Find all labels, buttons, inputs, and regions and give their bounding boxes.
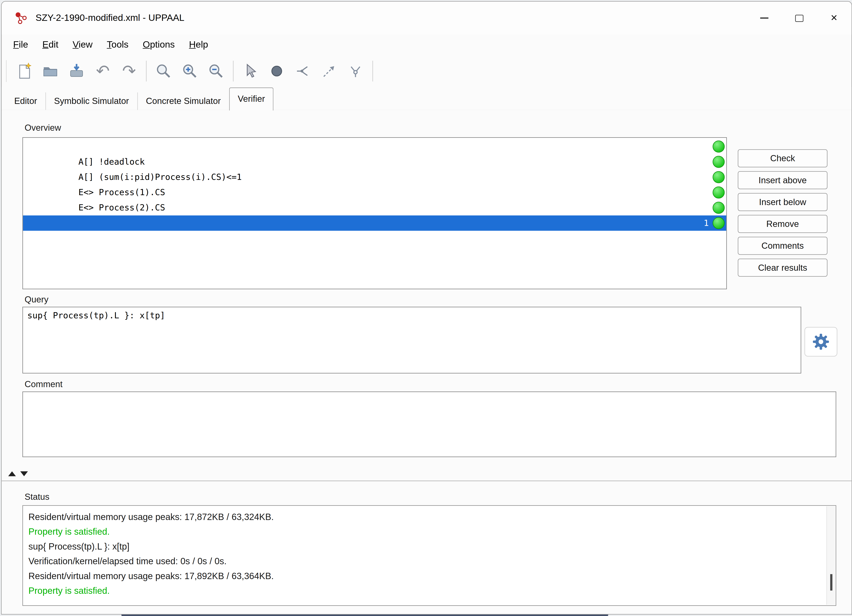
save-button[interactable]	[63, 58, 90, 84]
query-row-selected[interactable]: sup{ Process(tp).L }: x[tp] 1	[23, 215, 727, 231]
overview-query-list[interactable]: A[] !deadlock A[] (sum(i:pid)Process(i).…	[23, 137, 727, 289]
remove-button[interactable]: Remove	[738, 215, 828, 233]
status-log[interactable]: Resident/virtual memory usage peaks: 17,…	[23, 505, 836, 606]
zoom-in-button[interactable]	[177, 58, 203, 84]
close-button[interactable]: ✕	[816, 2, 851, 34]
query-input[interactable]: sup{ Process(tp).L }: x[tp]	[23, 307, 801, 373]
splitter-collapse-down-icon[interactable]	[20, 471, 28, 476]
maximize-icon	[795, 15, 803, 22]
save-icon	[68, 62, 85, 80]
tab-symbolic-simulator[interactable]: Symbolic Simulator	[45, 92, 137, 110]
zoom-out-button[interactable]	[203, 58, 229, 84]
menu-file[interactable]: File	[6, 37, 35, 52]
new-file-icon	[15, 62, 33, 80]
query-settings-button[interactable]	[805, 327, 837, 356]
result-satisfied-icon	[713, 217, 725, 229]
status-scrollbar[interactable]	[826, 506, 835, 605]
tab-verifier[interactable]: Verifier	[229, 88, 274, 110]
query-label: Query	[24, 295, 48, 305]
window-title: SZY-2-1990-modified.xml - UPPAAL	[36, 12, 184, 23]
insert-above-button[interactable]: Insert above	[738, 171, 828, 189]
comment-input[interactable]	[23, 391, 836, 457]
undo-button[interactable]: ↶	[90, 58, 116, 84]
uppaal-logo-icon	[14, 10, 29, 26]
comment-label: Comment	[24, 379, 62, 389]
menu-tools[interactable]: Tools	[100, 37, 136, 52]
pointer-icon	[242, 62, 259, 80]
result-satisfied-icon	[713, 156, 725, 168]
query-row[interactable]: A[] (sum(i:pid)Process(i).CS)<=1	[23, 154, 727, 169]
query-row[interactable]: E<> Process(1).CS	[23, 169, 727, 185]
status-line: Verification/kernel/elapsed time used: 0…	[29, 554, 830, 569]
titlebar: SZY-2-1990-modified.xml - UPPAAL ✕	[2, 2, 851, 34]
redo-button[interactable]: ↷	[116, 58, 142, 84]
status-line: Property is satisfied.	[29, 524, 830, 539]
verifier-panel: Overview A[] !deadlock A[] (sum(i:pid)Pr…	[2, 110, 851, 614]
gear-icon	[812, 333, 829, 350]
edge-arrow-icon	[320, 62, 338, 80]
query-row[interactable]: A[] !deadlock	[23, 139, 727, 154]
overview-label: Overview	[24, 123, 61, 133]
status-line: Property is satisfied.	[29, 583, 830, 598]
uppaal-window: SZY-2-1990-modified.xml - UPPAAL ✕ File …	[1, 1, 852, 614]
location-tool-button[interactable]	[264, 58, 290, 84]
toolbar-separator	[146, 60, 147, 81]
result-satisfied-icon	[713, 186, 725, 199]
menu-help[interactable]: Help	[182, 37, 215, 52]
minimize-button[interactable]	[746, 2, 781, 34]
open-file-button[interactable]	[37, 58, 63, 84]
status-line: Resident/virtual memory usage peaks: 17,…	[29, 510, 830, 524]
splitter-divider[interactable]	[2, 480, 851, 482]
result-satisfied-icon	[713, 202, 725, 214]
branch-point-icon	[294, 62, 312, 80]
clear-results-button[interactable]: Clear results	[738, 259, 828, 277]
select-tool-button[interactable]	[237, 58, 264, 84]
status-line: Resident/virtual memory usage peaks: 17,…	[29, 569, 830, 583]
tab-concrete-simulator[interactable]: Concrete Simulator	[137, 92, 229, 110]
tab-bar: Editor Symbolic Simulator Concrete Simul…	[2, 87, 851, 110]
result-satisfied-icon	[713, 140, 725, 153]
menu-view[interactable]: View	[65, 37, 100, 52]
toolbar: ↶ ↷	[2, 55, 851, 87]
location-circle-icon	[268, 62, 286, 80]
status-line: sup{ Process(tp).L }: x[tp]	[29, 539, 830, 554]
minimize-icon	[760, 17, 768, 19]
toolbar-grip	[6, 60, 6, 82]
status-scrollbar-thumb[interactable]	[830, 574, 832, 590]
check-button[interactable]: Check	[738, 149, 828, 168]
query-row[interactable]: E<> Process(2).CS	[23, 185, 727, 200]
edge-tool-button[interactable]	[316, 58, 342, 84]
menu-options[interactable]: Options	[136, 37, 182, 52]
window-controls: ✕	[746, 2, 851, 34]
toolbar-separator	[233, 60, 234, 81]
maximize-button[interactable]	[782, 2, 816, 34]
close-icon: ✕	[830, 14, 838, 23]
splitter-collapse-up-icon[interactable]	[8, 471, 16, 476]
comments-button[interactable]: Comments	[738, 237, 828, 255]
branch-tool-button[interactable]	[290, 58, 316, 84]
toolbar-separator	[373, 60, 373, 81]
result-satisfied-icon	[713, 171, 725, 183]
zoom-in-icon	[181, 62, 199, 80]
nail-icon	[347, 62, 364, 80]
query-text: sup{ Process(tp).L }: x[tp]	[79, 233, 216, 243]
zoom-button[interactable]	[150, 58, 177, 84]
status-label: Status	[24, 492, 49, 502]
status-lines: Resident/virtual memory usage peaks: 17,…	[23, 506, 836, 602]
zoom-icon	[155, 62, 172, 80]
nail-tool-button[interactable]	[342, 58, 369, 84]
insert-below-button[interactable]: Insert below	[738, 193, 828, 211]
menu-edit[interactable]: Edit	[35, 37, 65, 52]
new-file-button[interactable]	[11, 58, 37, 84]
redo-icon: ↷	[122, 63, 136, 79]
query-result-value: 1	[704, 215, 709, 231]
query-row[interactable]: E<> exists(i:pid)Process(i).NCS && exist…	[23, 200, 727, 215]
verifier-actions: Check Insert above Insert below Remove C…	[738, 149, 828, 281]
menubar: File Edit View Tools Options Help	[2, 35, 851, 55]
open-folder-icon	[42, 62, 59, 80]
undo-icon: ↶	[96, 63, 110, 79]
tab-editor[interactable]: Editor	[6, 92, 45, 110]
zoom-out-icon	[207, 62, 225, 80]
